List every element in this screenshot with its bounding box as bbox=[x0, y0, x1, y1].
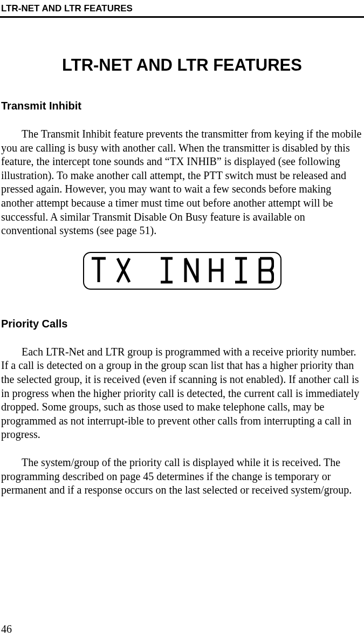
seg-H bbox=[208, 256, 224, 284]
seg-I2 bbox=[233, 256, 249, 284]
seg-I bbox=[159, 256, 175, 284]
lcd-illustration bbox=[1, 252, 363, 290]
seg-space bbox=[140, 256, 150, 284]
heading-priority-calls: Priority Calls bbox=[1, 318, 363, 330]
page-number: 46 bbox=[1, 623, 12, 635]
seg-N bbox=[183, 256, 200, 284]
seg-X bbox=[115, 256, 132, 284]
para-priority-calls-1: Each LTR-Net and LTR group is programmed… bbox=[1, 345, 363, 442]
seg-B bbox=[258, 256, 274, 284]
header-rule bbox=[0, 16, 364, 18]
page-title: LTR-NET AND LTR FEATURES bbox=[1, 56, 363, 75]
para-priority-calls-2: The system/group of the priority call is… bbox=[1, 456, 363, 497]
running-head: LTR-NET AND LTR FEATURES bbox=[0, 0, 364, 16]
para-transmit-inhibit: The Transmit Inhibit feature prevents th… bbox=[1, 127, 363, 238]
seg-T bbox=[91, 256, 107, 284]
lcd-display bbox=[83, 252, 281, 290]
heading-transmit-inhibit: Transmit Inhibit bbox=[1, 100, 363, 112]
